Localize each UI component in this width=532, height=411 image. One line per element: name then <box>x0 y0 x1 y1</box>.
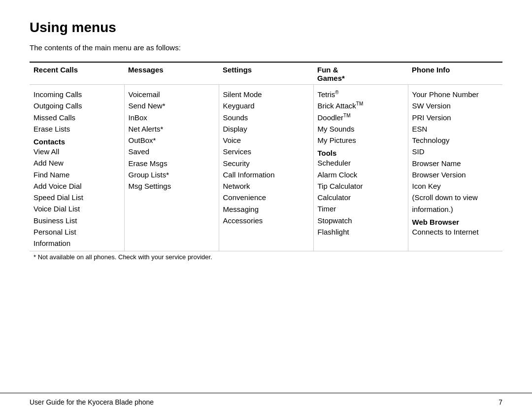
menu-item: Alarm Clock <box>318 169 404 180</box>
col-content-2: Silent ModeKeyguardSoundsDisplayVoiceSer… <box>219 85 313 251</box>
menu-item: Add New <box>33 157 120 169</box>
menu-item: Keyguard <box>223 100 309 111</box>
menu-item: Messaging <box>223 204 309 215</box>
menu-item: Scheduler <box>318 157 404 169</box>
menu-item: Voice <box>223 135 309 146</box>
menu-item: DoodlerTM <box>318 112 404 123</box>
menu-item: Add Voice Dial <box>33 180 120 192</box>
col-content-3: Tetris®Brick AttackTMDoodlerTMMy SoundsM… <box>313 85 408 251</box>
menu-item: OutBox* <box>129 135 215 146</box>
menu-item: Services <box>223 146 309 157</box>
menu-item: Silent Mode <box>223 89 309 100</box>
menu-item: Connects to Internet <box>412 226 499 238</box>
menu-item: Brick AttackTM <box>318 100 404 111</box>
menu-item: Speed Dial List <box>33 192 120 203</box>
footnote: * Not available on all phones. Check wit… <box>30 251 502 263</box>
menu-item: Sounds <box>223 112 309 123</box>
menu-item: Network <box>223 180 309 192</box>
col-header-1: Messages <box>124 62 219 85</box>
menu-item: Stopwatch <box>318 215 404 226</box>
col-content-0: Incoming CallsOutgoing CallsMissed Calls… <box>30 85 124 251</box>
col-header-4: Phone Info <box>408 62 502 85</box>
menu-item: Erase Lists <box>33 123 120 135</box>
menu-item: Msg Settings <box>129 180 215 192</box>
menu-item: Send New* <box>129 100 215 111</box>
menu-item: Technology <box>412 135 499 146</box>
menu-item: (Scroll down to view information.) <box>412 192 499 215</box>
menu-item: My Pictures <box>318 135 404 146</box>
menu-item: My Sounds <box>318 123 404 135</box>
menu-item: Find Name <box>33 169 120 180</box>
menu-item: InBox <box>129 112 215 123</box>
menu-item: Browser Version <box>412 169 499 180</box>
menu-table: Recent CallsMessagesSettingsFun &Games*P… <box>30 62 502 263</box>
menu-item: Tetris® <box>318 89 404 100</box>
col-header-2: Settings <box>219 62 313 85</box>
menu-item: Outgoing Calls <box>33 100 120 111</box>
menu-item: View All <box>33 146 120 157</box>
footer-right: 7 <box>499 398 502 406</box>
menu-item: Flashlight <box>318 226 404 238</box>
menu-item: Group Lists* <box>129 169 215 180</box>
menu-item: ESN <box>412 123 499 135</box>
col-header-0: Recent Calls <box>30 62 124 85</box>
section-header-0-1: Contacts <box>33 137 120 146</box>
menu-item: Browser Name <box>412 158 499 169</box>
menu-item: PRI Version <box>412 112 499 123</box>
menu-item: Accessories <box>223 215 309 226</box>
footer-left: User Guide for the Kyocera Blade phone <box>30 398 154 406</box>
menu-item: Business List <box>33 215 120 226</box>
menu-item: Missed Calls <box>33 112 120 123</box>
menu-item: Incoming Calls <box>33 89 120 100</box>
menu-item: Call Information <box>223 169 309 180</box>
section-header-4-1: Web Browser <box>412 218 499 226</box>
page-content: Using menus The contents of the main men… <box>0 0 532 292</box>
menu-item: Information <box>33 238 120 249</box>
page-footer: User Guide for the Kyocera Blade phone 7 <box>0 393 532 411</box>
menu-item: Display <box>223 123 309 135</box>
menu-item: Voicemail <box>129 89 215 100</box>
menu-item: Security <box>223 158 309 169</box>
menu-item: Timer <box>318 203 404 214</box>
intro-text: The contents of the main menu are as fol… <box>30 43 502 52</box>
menu-item: Personal List <box>33 226 120 238</box>
menu-item: Your Phone Number <box>412 89 499 100</box>
menu-item: Tip Calculator <box>318 180 404 192</box>
menu-item: Calculator <box>318 192 404 203</box>
col-header-3: Fun &Games* <box>313 62 408 85</box>
menu-item: SW Version <box>412 100 499 111</box>
col-content-4: Your Phone NumberSW VersionPRI VersionES… <box>408 85 502 251</box>
page-title: Using menus <box>30 20 502 35</box>
section-header-3-1: Tools <box>318 149 404 157</box>
menu-item: Erase Msgs <box>129 158 215 169</box>
menu-item: Saved <box>129 146 215 157</box>
menu-item: SID <box>412 146 499 157</box>
menu-item: Convenience <box>223 192 309 203</box>
menu-item: Net Alerts* <box>129 123 215 135</box>
col-content-1: VoicemailSend New*InBoxNet Alerts*OutBox… <box>124 85 219 251</box>
menu-item: Voice Dial List <box>33 203 120 214</box>
menu-item: Icon Key <box>412 180 499 192</box>
